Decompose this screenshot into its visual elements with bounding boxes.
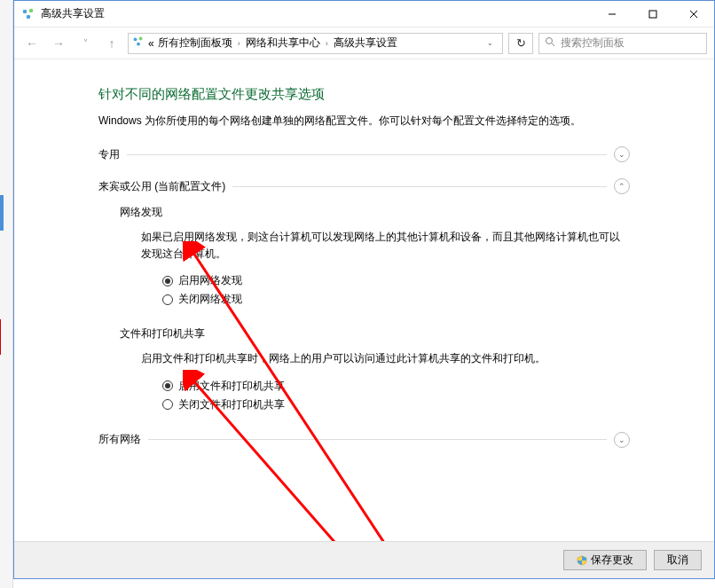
radio-icon <box>162 380 173 391</box>
svg-point-9 <box>137 43 140 46</box>
section-private[interactable]: 专用 ⌄ <box>98 145 630 164</box>
chevron-right-icon: › <box>238 39 240 48</box>
svg-rect-4 <box>649 11 656 18</box>
chevron-up-icon[interactable]: ⌃ <box>614 178 630 194</box>
svg-point-7 <box>134 37 138 41</box>
svg-point-8 <box>139 37 143 41</box>
save-label: 保存更改 <box>591 553 633 568</box>
radio-label: 关闭文件和打印机共享 <box>178 397 285 412</box>
discovery-desc: 如果已启用网络发现，则这台计算机可以发现网络上的其他计算机和设备，而且其他网络计… <box>141 229 630 263</box>
breadcrumb[interactable]: « 所有控制面板项 › 网络和共享中心 › 高级共享设置 ⌄ <box>128 33 503 54</box>
divider <box>127 154 607 155</box>
back-button[interactable]: ← <box>21 33 43 54</box>
titlebar: 高级共享设置 <box>14 1 714 27</box>
minimize-button[interactable] <box>592 1 632 27</box>
breadcrumb-root: « <box>148 37 154 50</box>
svg-point-2 <box>27 14 31 19</box>
recent-dropdown[interactable]: ˅ <box>75 33 96 54</box>
section-all-networks[interactable]: 所有网络 ⌄ <box>98 430 630 450</box>
page-title: 针对不同的网络配置文件更改共享选项 <box>98 86 630 103</box>
navigation-bar: ← → ˅ ↑ « 所有控制面板项 › 网络和共享中心 › 高级共享设置 ⌄ ↻… <box>14 27 714 59</box>
discovery-heading: 网络发现 <box>120 205 630 220</box>
selection-accent <box>0 195 4 231</box>
forward-button[interactable]: → <box>48 33 69 54</box>
search-input[interactable]: 搜索控制面板 <box>538 33 707 54</box>
section-guest[interactable]: 来宾或公用 (当前配置文件) ⌃ <box>98 176 630 196</box>
radio-label: 启用文件和打印机共享 <box>178 379 285 394</box>
maximize-button[interactable] <box>632 1 673 27</box>
section-guest-body: 网络发现 如果已启用网络发现，则这台计算机可以发现网络上的其他计算机和设备，而且… <box>98 196 630 430</box>
fileshare-desc: 启用文件和打印机共享时，网络上的用户可以访问通过此计算机共享的文件和打印机。 <box>141 350 630 367</box>
divider <box>232 186 607 187</box>
section-guest-label: 来宾或公用 (当前配置文件) <box>98 179 225 194</box>
radio-icon <box>162 399 173 410</box>
radio-label: 启用网络发现 <box>178 273 242 288</box>
radio-icon <box>162 276 173 286</box>
breadcrumb-seg3[interactable]: 高级共享设置 <box>334 35 397 51</box>
window: 高级共享设置 ← → ˅ ↑ « 所有控制面板项 › 网络和共享中心 › 高级共… <box>13 0 715 579</box>
background-edge <box>0 0 13 588</box>
discovery-radio-group: 启用网络发现 关闭网络发现 <box>162 273 630 307</box>
fileshare-radio-group: 启用文件和打印机共享 关闭文件和打印机共享 <box>162 379 630 412</box>
selection-accent-2 <box>0 319 1 355</box>
section-all-label: 所有网络 <box>98 432 141 447</box>
search-icon <box>545 36 555 50</box>
radio-discovery-off[interactable]: 关闭网络发现 <box>162 292 630 307</box>
svg-point-1 <box>29 8 34 12</box>
app-icon-small <box>132 35 145 51</box>
shield-icon <box>577 555 587 566</box>
save-button[interactable]: 保存更改 <box>563 550 647 570</box>
breadcrumb-seg2[interactable]: 网络和共享中心 <box>246 35 320 51</box>
app-icon <box>21 7 35 21</box>
chevron-down-icon[interactable]: ⌄ <box>614 432 630 448</box>
window-controls <box>592 1 714 27</box>
radio-discovery-on[interactable]: 启用网络发现 <box>162 273 630 288</box>
radio-fileshare-on[interactable]: 启用文件和打印机共享 <box>162 379 630 394</box>
page-description: Windows 为你所使用的每个网络创建单独的网络配置文件。你可以针对每个配置文… <box>98 114 630 129</box>
cancel-button[interactable]: 取消 <box>654 550 702 570</box>
radio-icon <box>162 294 173 305</box>
radio-label: 关闭网络发现 <box>178 292 242 307</box>
cancel-label: 取消 <box>667 553 688 568</box>
radio-fileshare-off[interactable]: 关闭文件和打印机共享 <box>162 397 630 412</box>
breadcrumb-seg1[interactable]: 所有控制面板项 <box>158 35 232 51</box>
content-area: 针对不同的网络配置文件更改共享选项 Windows 为你所使用的每个网络创建单独… <box>14 59 714 541</box>
svg-line-11 <box>552 43 554 46</box>
divider <box>148 439 607 440</box>
section-private-label: 专用 <box>98 147 120 162</box>
fileshare-heading: 文件和打印机共享 <box>120 326 630 341</box>
svg-point-0 <box>23 9 28 13</box>
breadcrumb-dropdown-icon[interactable]: ⌄ <box>487 39 499 47</box>
up-button[interactable]: ↑ <box>101 33 122 54</box>
chevron-right-icon: › <box>326 39 328 48</box>
refresh-button[interactable]: ↻ <box>508 33 533 54</box>
svg-point-10 <box>546 38 553 44</box>
close-button[interactable] <box>673 1 714 27</box>
footer: 保存更改 取消 <box>14 541 714 578</box>
chevron-down-icon[interactable]: ⌄ <box>614 146 630 162</box>
window-title: 高级共享设置 <box>41 6 592 21</box>
search-placeholder: 搜索控制面板 <box>561 35 625 51</box>
